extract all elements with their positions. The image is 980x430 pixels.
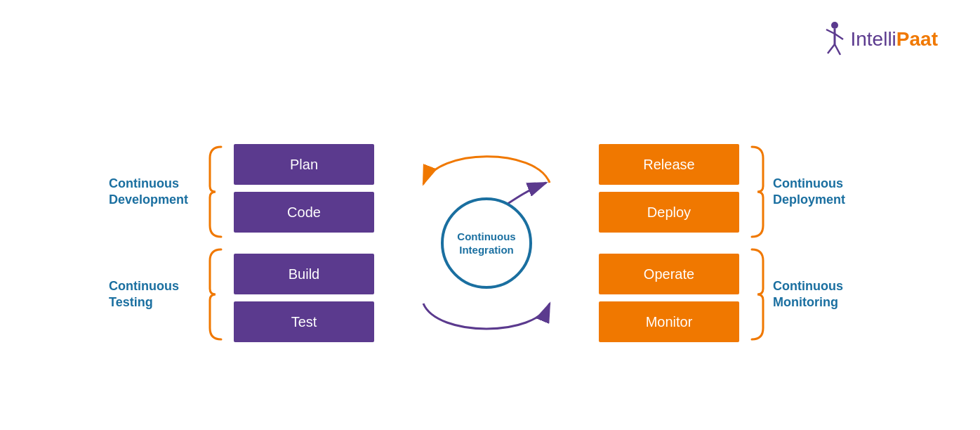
logo-text: IntelliPaat xyxy=(850,28,938,51)
plan-box: Plan xyxy=(234,144,374,185)
intellipaat-logo: IntelliPaat xyxy=(821,20,938,58)
continuous-integration-circle: Continuous Integration xyxy=(441,197,532,289)
release-box: Release xyxy=(599,144,739,185)
right-brace-bottom-icon xyxy=(745,247,766,342)
svg-line-3 xyxy=(835,34,843,39)
devops-diagram: Continuous Development Continuous Testin… xyxy=(0,84,980,402)
right-brace-top-icon xyxy=(745,144,766,240)
svg-line-2 xyxy=(826,30,835,34)
left-boxes-group: Plan Code Build Test xyxy=(234,144,374,342)
left-brace-bottom-icon xyxy=(207,247,228,342)
continuous-development-label: Continuous Development xyxy=(109,176,188,209)
right-labels-group: Continuous Deployment Continuous Monitor… xyxy=(773,144,871,342)
logo-figure-icon xyxy=(821,20,849,58)
monitor-box: Monitor xyxy=(599,301,739,342)
svg-line-4 xyxy=(828,44,835,53)
code-box: Code xyxy=(234,192,374,233)
svg-line-5 xyxy=(835,44,840,55)
right-boxes-group: Release Deploy Operate Monitor xyxy=(599,144,739,342)
operate-box: Operate xyxy=(599,254,739,294)
deploy-box: Deploy xyxy=(599,192,739,233)
continuous-deployment-label: Continuous Deployment xyxy=(773,176,845,209)
left-brace-top-icon xyxy=(207,144,228,240)
test-box: Test xyxy=(234,301,374,342)
build-box: Build xyxy=(234,254,374,294)
continuous-testing-label: Continuous Testing xyxy=(109,278,179,311)
continuous-monitoring-label: Continuous Monitoring xyxy=(773,278,843,311)
left-labels-group: Continuous Development Continuous Testin… xyxy=(109,144,200,342)
svg-point-0 xyxy=(831,22,838,29)
